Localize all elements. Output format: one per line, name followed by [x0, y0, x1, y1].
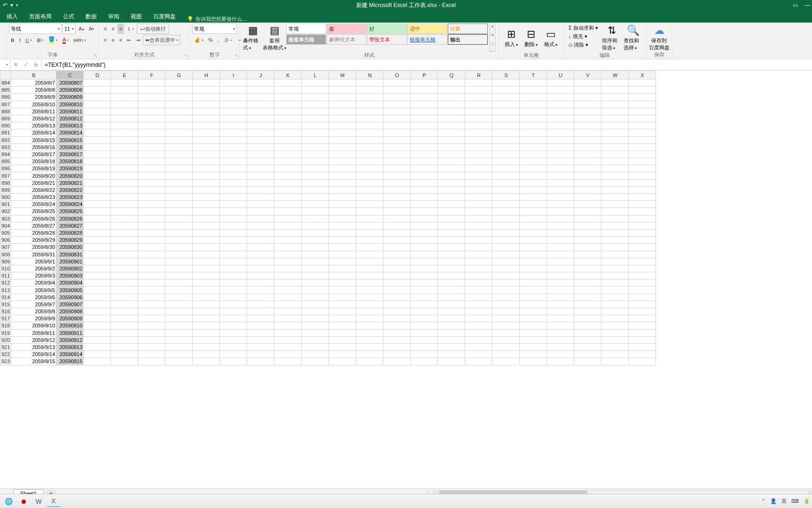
baidu-cloud-icon: ☁: [654, 24, 664, 37]
format-icon: ▭: [546, 28, 556, 41]
group-font: 等线 11 A▴ A▾ B I U ⊞ 🪣 A wén 字体 ⤡: [6, 23, 99, 59]
increase-decimal-icon[interactable]: .0→: [222, 35, 235, 45]
eraser-icon: ◇: [569, 42, 572, 48]
align-center-icon[interactable]: ≡: [109, 35, 116, 45]
style-good[interactable]: 好: [367, 24, 407, 34]
wrap-text-button[interactable]: ⮐ 自动换行: [137, 24, 169, 34]
minimize-icon[interactable]: —: [804, 2, 810, 8]
group-label-baidu: 保存: [649, 51, 669, 58]
border-button[interactable]: ⊞: [35, 35, 46, 45]
orientation-button[interactable]: ⤹: [125, 24, 136, 34]
group-label-editing: 编辑: [567, 52, 643, 58]
format-cells-button[interactable]: ▭格式: [541, 24, 561, 52]
phonetic-button[interactable]: wén: [71, 35, 87, 45]
decrease-indent-icon[interactable]: ⇤: [125, 35, 133, 45]
group-label-align: 对齐方式: [102, 51, 186, 58]
align-right-icon[interactable]: ≡: [117, 35, 124, 45]
underline-button[interactable]: U: [23, 35, 34, 45]
align-middle-icon[interactable]: ≡: [109, 24, 116, 34]
tell-me-search[interactable]: 💡告诉我您想要做什么...: [187, 16, 246, 23]
number-dialog-launcher[interactable]: ⤡: [235, 53, 239, 58]
group-label-styles: 样式: [243, 52, 495, 58]
ribbon-tabs: 插入 页面布局 公式 数据 审阅 视图 百度网盘 💡告诉我您想要做什么...: [0, 10, 812, 23]
accounting-format-button[interactable]: 💰: [192, 35, 205, 45]
tab-view[interactable]: 视图: [125, 11, 148, 23]
group-clipboard-partial: [0, 23, 6, 59]
group-number: 常规 💰 % , .0→ ←.0 数字 ⤡: [189, 23, 240, 59]
font-name-combo[interactable]: 等线: [9, 24, 62, 34]
formula-input[interactable]: =TEXT(B1,"yyyymmdd"): [42, 62, 812, 68]
style-hyperlink[interactable]: 链接单元格: [407, 34, 447, 45]
bold-button[interactable]: B: [9, 35, 16, 45]
formula-bar: ✕ ✓ fx =TEXT(B1,"yyyymmdd"): [0, 59, 812, 71]
window-title: 新建 Microsoft Excel 工作表.xlsx - Excel: [356, 1, 456, 9]
number-format-combo[interactable]: 常规: [192, 24, 237, 34]
style-explanatory[interactable]: 解释性文本: [327, 34, 367, 45]
lightbulb-icon: 💡: [187, 16, 194, 22]
align-bottom-icon[interactable]: ≡: [117, 24, 124, 34]
ribbon: 等线 11 A▴ A▾ B I U ⊞ 🪣 A wén 字体 ⤡ ≡ ≡ ≡: [0, 23, 812, 59]
insert-cells-button[interactable]: ⊞插入: [501, 24, 521, 52]
decrease-font-icon[interactable]: A▾: [87, 24, 96, 34]
fill-color-button[interactable]: 🪣: [47, 35, 60, 45]
increase-font-icon[interactable]: A▴: [77, 24, 86, 34]
group-alignment: ≡ ≡ ≡ ⤹ ⮐ 自动换行 ≡ ≡ ≡ ⇤ ⇥ ⬌ 合并后居中 对齐方式 ⤡: [99, 23, 189, 59]
style-output[interactable]: 输出: [448, 34, 488, 45]
group-label-cells: 单元格: [501, 52, 561, 58]
enter-formula-icon[interactable]: ✓: [21, 59, 31, 70]
find-select-button[interactable]: 🔍查找和选择: [624, 24, 643, 52]
fill-down-icon: ↓: [569, 33, 571, 39]
table-format-icon: ▤: [270, 24, 280, 37]
group-editing: Σ自动求和 ▾ ↓填充 ▾ ◇清除 ▾ ⇅排序和筛选 🔍查找和选择 编辑: [564, 23, 647, 59]
tab-baidu[interactable]: 百度网盘: [148, 11, 181, 23]
group-label-number: 数字: [192, 51, 237, 58]
delete-cells-button[interactable]: ⊟删除: [521, 24, 541, 52]
clear-button[interactable]: ◇清除 ▾: [567, 40, 600, 49]
group-label-font: 字体: [9, 51, 96, 58]
cell-styles-gallery[interactable]: 常规 差 好 适中 计算 检查单元格 解释性文本 警告文本 链接单元格 输出: [286, 24, 488, 52]
qat-redo-icon[interactable]: ▾: [10, 2, 13, 8]
tab-pagelayout[interactable]: 页面布局: [23, 11, 57, 23]
tab-insert[interactable]: 插入: [1, 11, 23, 23]
ribbon-display-icon[interactable]: ▭: [793, 2, 798, 8]
title-bar: ↶ ▾ ▾ 新建 Microsoft Excel 工作表.xlsx - Exce…: [0, 0, 812, 10]
group-cells: ⊞插入 ⊟删除 ▭格式 单元格: [499, 23, 564, 59]
align-top-icon[interactable]: ≡: [102, 24, 109, 34]
save-baidu-button[interactable]: ☁保存到 百度网盘: [649, 24, 669, 51]
delete-icon: ⊟: [527, 28, 535, 41]
cancel-formula-icon[interactable]: ✕: [10, 59, 21, 70]
style-normal[interactable]: 常规: [286, 24, 326, 34]
name-box[interactable]: [0, 59, 10, 70]
conditional-formatting-button[interactable]: ▦条件格式: [243, 24, 263, 52]
tab-data[interactable]: 数据: [80, 11, 102, 23]
percent-button[interactable]: %: [206, 35, 215, 45]
comma-button[interactable]: ,: [216, 35, 221, 45]
insert-icon: ⊞: [507, 28, 515, 41]
tab-formulas[interactable]: 公式: [57, 11, 80, 23]
sort-filter-button[interactable]: ⇅排序和筛选: [602, 24, 622, 52]
align-left-icon[interactable]: ≡: [102, 35, 109, 45]
insert-function-icon[interactable]: fx: [31, 59, 41, 70]
autosum-button[interactable]: Σ自动求和 ▾: [567, 24, 600, 32]
style-check[interactable]: 检查单元格: [286, 34, 326, 45]
group-styles: ▦条件格式 ▤套用 表格格式 常规 差 好 适中 计算 检查单元格 解释性文本 …: [240, 23, 499, 59]
italic-button[interactable]: I: [17, 35, 23, 45]
qat-customize-icon[interactable]: ▾: [16, 3, 18, 8]
table-format-button[interactable]: ▤套用 表格格式: [265, 24, 284, 52]
font-dialog-launcher[interactable]: ⤡: [94, 53, 98, 58]
font-color-button[interactable]: A: [61, 35, 70, 45]
fill-button[interactable]: ↓填充 ▾: [567, 32, 600, 40]
sort-icon: ⇅: [608, 24, 616, 37]
style-warning[interactable]: 警告文本: [367, 34, 407, 45]
tab-review[interactable]: 审阅: [102, 11, 125, 23]
font-size-combo[interactable]: 11: [62, 24, 76, 34]
style-bad[interactable]: 差: [327, 24, 367, 34]
style-neutral[interactable]: 适中: [407, 24, 447, 34]
style-gallery-more[interactable]: ▴▾▿: [490, 24, 495, 52]
increase-indent-icon[interactable]: ⇥: [134, 35, 142, 45]
style-calculation[interactable]: 计算: [448, 24, 488, 34]
qat-undo-icon[interactable]: ↶: [3, 2, 8, 8]
merge-center-button[interactable]: ⬌ 合并后居中: [143, 35, 180, 45]
search-icon: 🔍: [627, 24, 640, 37]
align-dialog-launcher[interactable]: ⤡: [184, 53, 188, 58]
